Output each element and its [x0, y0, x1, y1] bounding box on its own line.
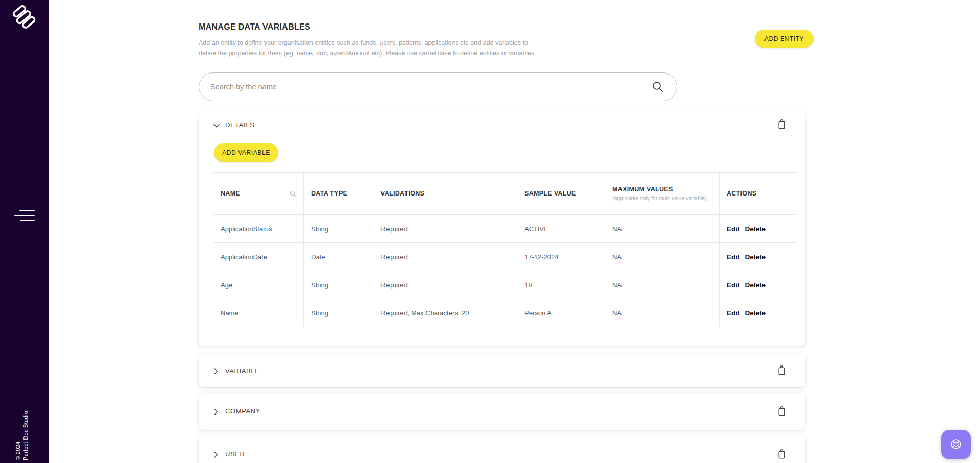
edit-link[interactable]: Edit [727, 309, 740, 317]
cell-maximum-values: NA [605, 299, 719, 327]
delete-link[interactable]: Delete [745, 225, 766, 233]
page-description-line2: define the properties for them (eg: name… [199, 48, 536, 58]
menu-hamburger-icon[interactable] [14, 209, 35, 223]
copyright-year: © 2024 [14, 403, 22, 460]
help-fab-button[interactable] [941, 430, 971, 459]
cell-validations: Required [373, 243, 517, 271]
app-root: © 2024 Perfect Doc Studio MANAGE DATA VA… [0, 0, 980, 463]
company-panel: COMPANY [199, 393, 805, 430]
company-delete-entity-button[interactable] [777, 406, 787, 417]
chevron-right-icon [213, 408, 220, 415]
table-header-row: NAME DATA TYPE VALIDATIONS SAMPLE VALUE … [213, 173, 797, 214]
page-title: MANAGE DATA VARIABLES [199, 22, 310, 32]
add-entity-button[interactable]: ADD ENTITY [755, 30, 814, 48]
cell-name: Name [213, 299, 303, 327]
cell-name: ApplicationDate [213, 243, 303, 271]
column-header-maximum-values: MAXIMUM VALUES (applicable only for mult… [605, 173, 719, 214]
company-accordion-header[interactable]: COMPANY [199, 393, 805, 430]
table-row: Age String Required 18 NA Edit Delete [213, 271, 797, 299]
company-logo-icon[interactable] [11, 4, 38, 31]
cell-data-type: Date [303, 243, 373, 271]
column-header-name: NAME [213, 173, 303, 214]
variable-accordion-header[interactable]: VARIABLE [199, 354, 805, 387]
lifebuoy-icon [949, 437, 963, 453]
cell-validations: Required [373, 215, 517, 242]
copyright-text: © 2024 Perfect Doc Studio [14, 403, 31, 460]
cell-name: Age [213, 271, 303, 299]
cell-sample-value: 18 [517, 271, 605, 299]
column-header-actions: ACTIONS [719, 173, 797, 214]
cell-actions: Edit Delete [719, 215, 797, 242]
variables-table: NAME DATA TYPE VALIDATIONS SAMPLE VALUE … [213, 172, 797, 327]
column-header-validations: VALIDATIONS [373, 173, 517, 214]
user-panel: USER [199, 435, 805, 463]
maximum-values-note: (applicable only for multi value variabl… [612, 194, 706, 202]
user-accordion-header[interactable]: USER [199, 435, 805, 463]
add-variable-button[interactable]: ADD VARIABLE [214, 143, 278, 162]
page-description: Add an entity to define your organisatio… [199, 38, 536, 58]
cell-actions: Edit Delete [719, 299, 797, 327]
cell-data-type: String [303, 271, 373, 299]
cell-data-type: String [303, 299, 373, 327]
edit-link[interactable]: Edit [727, 253, 740, 261]
sidebar: © 2024 Perfect Doc Studio [0, 0, 49, 463]
details-panel: DETAILS ADD VARIABLE NAME [199, 111, 805, 346]
cell-actions: Edit Delete [719, 243, 797, 271]
search-bar [199, 72, 677, 101]
cell-sample-value: Person A [517, 299, 605, 327]
cell-actions: Edit Delete [719, 271, 797, 299]
cell-validations: Required, Max Characters: 20 [373, 299, 517, 327]
edit-link[interactable]: Edit [727, 225, 740, 233]
cell-maximum-values: NA [605, 215, 719, 242]
delete-link[interactable]: Delete [745, 309, 766, 317]
variable-delete-entity-button[interactable] [777, 365, 787, 376]
table-row: Name String Required, Max Characters: 20… [213, 299, 797, 327]
variable-accordion-label: VARIABLE [225, 367, 259, 375]
copyright-brand: Perfect Doc Studio [22, 403, 30, 460]
details-accordion-label: DETAILS [225, 121, 254, 129]
details-accordion-header[interactable]: DETAILS [199, 111, 805, 138]
column-header-sample-value: SAMPLE VALUE [517, 173, 605, 214]
edit-link[interactable]: Edit [727, 281, 740, 289]
delete-link[interactable]: Delete [745, 253, 766, 261]
page-description-line1: Add an entity to define your organisatio… [199, 38, 536, 48]
column-search-icon[interactable] [290, 190, 296, 197]
cell-sample-value: 17-12-2024 [517, 243, 605, 271]
user-delete-entity-button[interactable] [777, 449, 787, 460]
details-delete-entity-button[interactable] [777, 119, 787, 130]
chevron-right-icon [213, 368, 220, 374]
cell-validations: Required [373, 271, 517, 299]
cell-maximum-values: NA [605, 243, 719, 271]
chevron-right-icon [213, 451, 220, 457]
cell-name: ApplicationStatus [213, 215, 303, 242]
table-row: ApplicationStatus String Required ACTIVE… [213, 214, 797, 242]
delete-link[interactable]: Delete [745, 281, 766, 289]
table-row: ApplicationDate Date Required 17-12-2024… [213, 242, 797, 271]
column-header-data-type: DATA TYPE [303, 173, 373, 214]
cell-data-type: String [303, 215, 373, 242]
company-accordion-label: COMPANY [225, 407, 260, 415]
cell-maximum-values: NA [605, 271, 719, 299]
variable-panel: VARIABLE [199, 354, 805, 387]
search-input[interactable] [199, 72, 677, 101]
cell-sample-value: ACTIVE [517, 215, 605, 242]
chevron-down-icon [213, 121, 220, 128]
search-icon[interactable] [652, 81, 664, 93]
user-accordion-label: USER [225, 450, 245, 458]
